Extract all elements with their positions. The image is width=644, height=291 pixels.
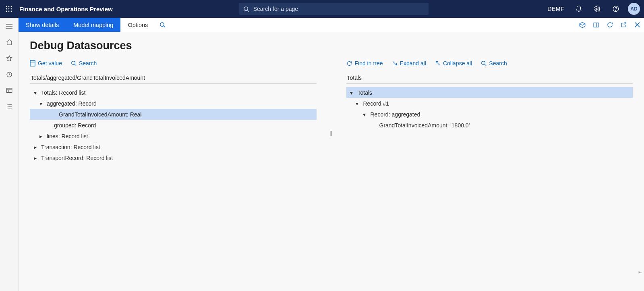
tree-node-selected[interactable]: ▾Totals <box>346 87 633 98</box>
recent-icon[interactable] <box>2 69 17 81</box>
brand-title: Finance and Operations Preview <box>19 6 113 12</box>
tree-node[interactable]: ▾Record #1 <box>346 98 633 109</box>
datasource-path[interactable]: Totals/aggregated/GrandTotalInvoicedAmou… <box>30 73 317 84</box>
workspaces-icon[interactable] <box>2 85 17 97</box>
result-search-button[interactable]: Search <box>481 60 507 67</box>
svg-point-27 <box>160 23 164 26</box>
action-search-icon[interactable] <box>155 18 170 32</box>
svg-rect-29 <box>594 23 598 27</box>
modules-icon[interactable] <box>2 101 17 113</box>
svg-point-8 <box>11 11 12 12</box>
caret-down-icon[interactable]: ▾ <box>362 112 367 117</box>
tree-node[interactable]: ▾Record: aggregated <box>346 109 633 120</box>
svg-point-7 <box>8 11 10 12</box>
svg-line-41 <box>436 62 440 65</box>
svg-point-9 <box>244 6 248 10</box>
left-rail <box>0 18 19 291</box>
refresh-icon <box>346 60 352 67</box>
favorites-icon[interactable] <box>2 52 17 64</box>
caret-right-icon[interactable]: ▸ <box>38 133 43 139</box>
tree-node[interactable]: ▾Totals: Record list <box>30 87 317 98</box>
search-icon <box>243 6 249 12</box>
notifications-icon[interactable] <box>572 2 585 15</box>
tab-options[interactable]: Options <box>120 18 155 32</box>
settings-icon[interactable] <box>591 2 604 15</box>
svg-point-2 <box>11 6 12 7</box>
caret-down-icon[interactable]: ▾ <box>32 90 38 96</box>
help-icon[interactable] <box>609 2 622 15</box>
svg-point-11 <box>596 8 598 10</box>
expand-icon <box>392 60 398 66</box>
svg-line-43 <box>485 64 487 66</box>
search-icon <box>481 60 487 66</box>
pane-splitter[interactable]: ‖ <box>330 58 333 291</box>
attachments-icon[interactable] <box>576 18 589 32</box>
svg-line-40 <box>393 62 396 65</box>
result-pane: Find in tree Expand all Collapse all <box>346 58 633 291</box>
company-picker[interactable]: DEMF <box>545 6 567 12</box>
open-side-panel-icon[interactable] <box>589 18 603 32</box>
caret-down-icon[interactable]: ▾ <box>38 101 43 106</box>
global-nav: Finance and Operations Preview DEMF AD <box>0 0 644 18</box>
svg-rect-33 <box>30 60 35 66</box>
tree-node[interactable]: ▸TransportRecord: Record list <box>30 152 317 163</box>
result-path[interactable]: Totals <box>346 73 633 84</box>
tree-node[interactable]: ▸lines: Record list <box>30 131 317 141</box>
collapse-all-button[interactable]: Collapse all <box>435 60 472 67</box>
svg-point-6 <box>6 11 7 12</box>
caret-down-icon[interactable]: ▾ <box>354 101 360 106</box>
svg-point-0 <box>6 6 7 7</box>
svg-line-39 <box>75 64 77 66</box>
svg-point-42 <box>482 61 485 65</box>
datasource-tree: ▾Totals: Record list ▾aggregated: Record… <box>30 87 317 163</box>
nav-toggle-icon[interactable] <box>2 20 17 32</box>
find-in-tree-button[interactable]: Find in tree <box>346 60 383 67</box>
calculator-icon <box>30 60 35 67</box>
search-icon <box>71 60 77 66</box>
svg-point-4 <box>8 8 10 10</box>
tree-node[interactable]: ▾aggregated: Record <box>30 98 317 109</box>
close-icon[interactable] <box>630 18 644 32</box>
tree-node-selected[interactable]: GrandTotalInvoicedAmount: Real <box>30 109 317 120</box>
tree-node[interactable]: grouped: Record <box>30 120 317 131</box>
svg-point-1 <box>8 6 10 7</box>
caret-right-icon[interactable]: ▸ <box>32 144 38 150</box>
tree-node[interactable]: ▸Transaction: Record list <box>30 141 317 152</box>
svg-point-38 <box>72 61 75 65</box>
home-icon[interactable] <box>2 36 17 48</box>
global-search[interactable] <box>239 3 429 15</box>
expand-all-button[interactable]: Expand all <box>392 60 426 67</box>
svg-line-28 <box>164 26 165 27</box>
get-value-button[interactable]: Get value <box>30 60 62 67</box>
popout-icon[interactable] <box>617 18 630 32</box>
svg-point-3 <box>6 8 7 10</box>
caret-right-icon[interactable]: ▸ <box>32 155 38 161</box>
page-title: Debug Datasources <box>30 39 633 52</box>
refresh-icon[interactable] <box>603 18 617 32</box>
datasource-toolbar: Get value Search <box>30 58 317 69</box>
result-toolbar: Find in tree Expand all Collapse all <box>346 58 633 69</box>
result-tree: ▾Totals ▾Record #1 ▾Record: aggregated G… <box>346 87 633 131</box>
action-bar: Show details Model mapping Options <box>19 18 644 32</box>
caret-down-icon[interactable]: ▾ <box>349 90 354 96</box>
app-launcher-icon[interactable] <box>4 4 14 14</box>
datasource-search-button[interactable]: Search <box>71 60 97 67</box>
tab-show-details[interactable]: Show details <box>19 18 66 32</box>
datasource-pane: Get value Search Totals/aggregated/Grand… <box>30 58 317 291</box>
svg-point-5 <box>11 8 12 10</box>
global-search-input[interactable] <box>253 5 425 12</box>
tree-leaf-value[interactable]: GrandTotalInvoicedAmount: '1800.0' <box>346 120 633 131</box>
collapse-right-icon[interactable]: ⇤ <box>638 270 643 275</box>
collapse-icon <box>435 60 441 66</box>
svg-line-10 <box>247 10 249 12</box>
svg-rect-18 <box>6 88 12 93</box>
svg-point-13 <box>615 10 616 10</box>
user-avatar[interactable]: AD <box>628 3 640 15</box>
tab-model-mapping[interactable]: Model mapping <box>66 18 120 32</box>
